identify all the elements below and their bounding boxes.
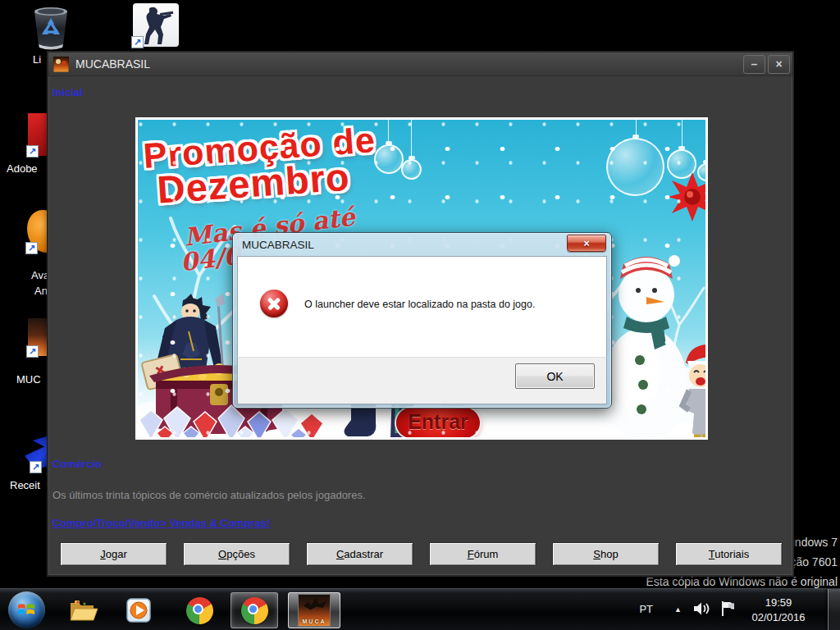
chrome-taskbar-icon[interactable] [176,592,223,628]
forum-button-label: Fórum [468,548,499,560]
avast-label-line2: An [34,285,48,297]
media-player-icon [126,597,152,623]
media-player-taskbar-icon[interactable] [115,592,162,628]
clock[interactable]: 19:59 02/01/2016 [741,596,816,625]
chrome-icon [186,597,213,624]
bauble-icon [401,159,422,180]
shortcut-arrow-icon: ↗ [30,461,42,473]
error-dialog: MUCABRASIL × O launcher deve estar local… [232,232,612,409]
dragon-silhouette [304,598,326,611]
receita-label: Receit [10,479,40,491]
shortcut-arrow-icon: ↗ [131,36,144,48]
commerce-heading: Comércio [52,458,102,470]
jogar-button[interactable]: Jogar [60,542,167,566]
jogar-button-label: Jogar [100,548,127,560]
windows-flag-icon [17,601,35,618]
recycle-bin-icon[interactable] [30,5,72,51]
tutoriais-button-label: Tutoriais [709,548,749,560]
adobe-label: Adobe [7,162,38,175]
explorer-taskbar-icon[interactable] [59,592,107,628]
cadastrar-button-label: Cadastrar [336,548,383,560]
tutoriais-button[interactable]: Tutoriais [675,542,783,566]
dialog-title: MUCABRASIL [242,239,314,251]
shortcut-arrow-icon: ↗ [26,345,39,358]
chevron-up-icon[interactable]: ▲ [674,605,682,614]
forum-button[interactable]: Fórum [429,542,536,566]
volume-icon[interactable] [693,601,711,616]
shortcut-arrow-icon: ↗ [25,242,38,254]
chibi-character [678,340,708,440]
shop-button-label: Shop [593,548,618,560]
ornament-string [705,120,706,165]
chrome-icon [241,597,268,624]
dialog-footer: OK [237,357,607,404]
cadastrar-button[interactable]: Cadastrar [306,542,413,566]
opcoes-button-label: Opções [218,548,255,560]
window-titlebar[interactable]: MUCABRASIL – × [48,52,792,76]
minimize-button[interactable]: – [743,55,765,74]
muca-icon: MUCA [298,594,331,627]
commerce-link[interactable]: Compro/Troco/Vendo> Vendas & Compras! [52,517,270,529]
footer-button-bar: Jogar Opções Cadastrar Fórum Shop Tutori… [60,542,786,566]
counter-strike-icon[interactable]: ↗ [133,3,179,47]
bauble-icon [606,138,664,196]
chrome-taskbar-icon-active[interactable] [231,592,278,628]
dialog-message: O launcher deve estar localizado na past… [304,299,596,310]
dialog-close-button[interactable]: × [567,235,606,252]
star-ornament [668,172,708,221]
opcoes-button[interactable]: Opções [183,542,290,566]
muca-icon-label: MUCA [299,619,330,624]
language-indicator[interactable]: PT [639,603,653,615]
shortcut-arrow-icon: ↗ [26,145,39,158]
bauble-icon [374,144,404,174]
tray-time: 19:59 [741,596,816,610]
dialog-body: O launcher deve estar localizado na past… [237,256,607,357]
muca-window-icon [53,57,69,72]
commerce-description: Os últimos trinta tópicos de comércio at… [52,489,366,501]
taskbar: MUCA PT ▲ 19:59 02/01/2016 [0,588,840,630]
banner-title: Promoção de Dezembro [142,123,379,209]
desktop: Windows 7 Compilação 7601 Esta cópia do … [0,0,840,630]
error-icon [260,290,288,317]
nav-link-inicial[interactable]: Inicial [52,86,83,98]
enter-button[interactable]: Entrar [396,408,480,438]
window-title: MUCABRASIL [75,57,150,71]
shop-button[interactable]: Shop [552,542,660,566]
ornament-string [411,120,412,161]
show-desktop-button[interactable] [828,589,840,630]
tray-date: 02/01/2016 [741,610,816,625]
start-button[interactable] [8,591,45,628]
folder-icon [68,598,98,623]
recycle-bin-label: Li [33,53,41,66]
muca-desktop-label: MUC [16,373,41,386]
ok-button[interactable]: OK [515,363,595,389]
close-button[interactable]: × [768,55,790,74]
muca-taskbar-icon[interactable]: MUCA [288,592,340,628]
action-center-flag-icon[interactable] [720,600,737,617]
